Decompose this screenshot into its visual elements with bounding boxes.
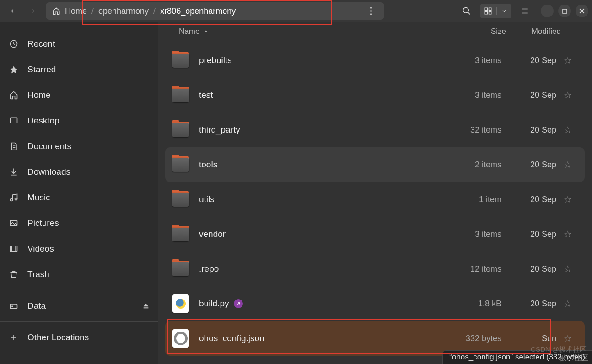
star-toggle[interactable]: ☆ [556,90,579,101]
sidebar-item-recent[interactable]: Recent [0,31,158,57]
star-toggle[interactable]: ☆ [556,159,579,170]
clock-icon [8,39,19,48]
star-toggle[interactable]: ☆ [556,124,579,135]
file-modified: 20 Sep [501,264,556,274]
svg-rect-6 [489,8,491,10]
folder-icon [172,262,189,276]
window-minimize-button[interactable] [541,5,554,17]
file-name: utils [199,194,437,204]
sidebar-item-trash[interactable]: Trash [0,262,158,287]
svg-point-0 [370,7,372,9]
nav-forward-button[interactable] [25,2,42,20]
video-icon [8,244,19,253]
file-row[interactable]: vendor 3 items20 Sep☆ [165,217,585,252]
column-modified-header[interactable]: Modified [506,27,561,36]
file-view: Name Size Modified prebuilts 3 items20 S… [158,22,592,364]
sidebar: RecentStarredHomeDesktopDocumentsDownloa… [0,22,158,364]
file-name: prebuilts [199,55,437,65]
file-name: vendor [199,229,437,239]
star-toggle[interactable]: ☆ [556,229,579,240]
file-name: ohos_config.json [199,333,437,343]
file-modified: 20 Sep [501,56,556,65]
breadcrumb-mid[interactable]: openharmony [98,6,149,16]
file-size: 332 bytes [437,334,501,343]
sidebar-item-downloads[interactable]: Downloads [0,159,158,185]
header-right [460,4,588,18]
home-icon [52,7,60,15]
sidebar-item-other-locations[interactable]: Other Locations [0,325,158,350]
hamburger-menu-button[interactable] [518,4,532,18]
breadcrumb-bar[interactable]: Home / openharmony / xr806_openharmony [46,2,384,20]
svg-point-1 [370,10,372,12]
symlink-badge-icon: ↗ [234,299,243,308]
titlebar: Home / openharmony / xr806_openharmony [0,0,592,22]
file-row[interactable]: test 3 items20 Sep☆ [165,78,585,112]
sidebar-item-desktop[interactable]: Desktop [0,108,158,134]
folder-icon [172,227,189,241]
svg-rect-8 [489,12,491,14]
breadcrumb-menu-button[interactable] [364,4,378,18]
sidebar-item-pictures[interactable]: Pictures [0,210,158,236]
sidebar-item-home[interactable]: Home [0,82,158,108]
file-modified: 20 Sep [501,160,556,170]
window-maximize-button[interactable] [558,5,571,17]
file-size: 32 items [437,125,501,135]
breadcrumb-home[interactable]: Home [65,6,87,16]
grid-view-button[interactable] [483,4,494,18]
breadcrumb-current[interactable]: xr806_openharmony [160,6,236,16]
window-close-button[interactable] [576,5,588,17]
file-row[interactable]: build.py ↗1.8 kB20 Sep☆ [165,286,585,321]
sidebar-label: Starred [27,64,56,75]
breadcrumb-sep: / [91,6,94,16]
disk-icon [8,301,19,310]
column-name-header[interactable]: Name [179,27,442,36]
file-row[interactable]: .repo 12 items20 Sep☆ [165,252,585,286]
file-modified: 20 Sep [501,125,556,135]
star-toggle[interactable]: ☆ [556,194,579,205]
folder-icon [172,157,189,172]
file-size: 1.8 kB [437,299,501,309]
file-name: tools [199,160,437,170]
svg-line-4 [468,12,470,15]
file-name: build.py ↗ [199,299,437,309]
svg-rect-30 [144,307,149,308]
nav-back-button[interactable] [4,2,21,20]
file-row[interactable]: third_party 32 items20 Sep☆ [165,112,585,147]
search-button[interactable] [460,4,474,18]
star-toggle[interactable]: ☆ [556,263,579,274]
file-size: 2 items [437,160,501,170]
python-file-icon [172,294,189,313]
file-row[interactable]: tools 2 items20 Sep☆ [165,147,585,182]
star-icon [8,65,19,74]
sidebar-item-videos[interactable]: Videos [0,236,158,262]
svg-point-2 [370,13,372,15]
home-icon [8,91,19,100]
svg-rect-7 [485,12,487,14]
svg-point-22 [15,198,17,200]
sidebar-item-documents[interactable]: Documents [0,134,158,159]
json-file-icon [172,329,189,348]
plus-icon [8,333,19,342]
file-list[interactable]: prebuilts 3 items20 Sep☆test 3 items20 S… [158,41,592,364]
file-modified: 20 Sep [501,230,556,239]
sidebar-item-data[interactable]: Data [0,293,158,319]
sidebar-item-music[interactable]: Music [0,185,158,210]
sidebar-label: Pictures [27,218,59,228]
svg-rect-12 [544,11,550,11]
view-dropdown-button[interactable] [500,4,509,18]
star-toggle[interactable]: ☆ [556,298,579,309]
svg-rect-17 [11,118,17,123]
sort-asc-icon [203,29,209,34]
file-row[interactable]: utils 1 item20 Sep☆ [165,182,585,217]
file-size: 3 items [437,56,501,65]
svg-point-3 [463,8,469,13]
svg-rect-5 [485,8,487,10]
star-toggle[interactable]: ☆ [556,333,579,344]
sidebar-label: Music [27,193,50,203]
sidebar-item-starred[interactable]: Starred [0,57,158,82]
eject-icon[interactable] [142,302,150,310]
star-toggle[interactable]: ☆ [556,55,579,66]
column-size-header[interactable]: Size [442,27,506,36]
file-row[interactable]: prebuilts 3 items20 Sep☆ [165,43,585,78]
file-size: 12 items [437,264,501,274]
